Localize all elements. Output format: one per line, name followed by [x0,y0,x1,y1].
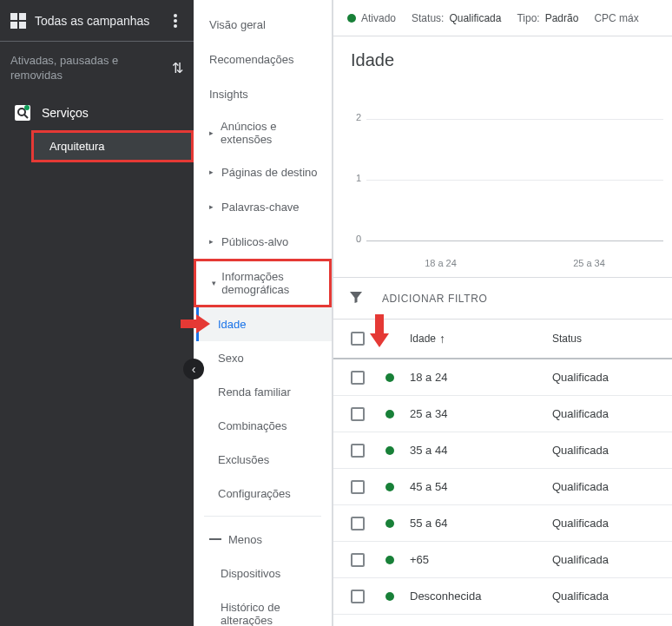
swap-vert-icon[interactable]: ⇅ [172,60,183,76]
status-dot-icon [385,373,394,382]
age-table: Idade ↑ Status 18 a 24 Qualificada 25 a … [333,319,672,615]
sidebar-header: Todas as campanhas [0,0,194,42]
status-dot-icon [347,14,356,23]
annotation-arrow-vertical [370,314,389,349]
row-checkbox[interactable] [351,407,365,421]
x-tick: 25 a 34 [573,258,605,268]
cell-status: Qualificada [552,480,665,493]
nav-sub-sexo[interactable]: Sexo [196,341,332,375]
nav-menos[interactable]: Menos [194,522,332,557]
status-dot-icon [385,556,394,564]
cell-age: +65 [405,553,552,566]
nav-visao-geral[interactable]: Visão geral [194,7,332,42]
filter-icon [347,288,365,308]
row-checkbox[interactable] [351,517,365,530]
cell-age: 25 a 34 [405,407,552,420]
cell-age: 18 a 24 [405,371,552,384]
status-dot-icon [385,483,394,491]
table-row[interactable]: 45 a 54 Qualificada [333,469,672,505]
status-dot-icon [385,410,394,418]
cell-status: Qualificada [552,407,665,420]
x-tick: 18 a 24 [425,258,457,268]
main-content: Ativado Status: Qualificada Tipo: Padrão… [333,0,672,626]
chevron-right-icon: ▸ [209,128,217,137]
nav-anuncios[interactable]: ▸Anúncios e extensões [194,111,332,155]
cell-age: Desconhecida [405,590,552,603]
nav-sub-dispositivos[interactable]: Dispositivos [194,557,332,590]
cell-status: Qualificada [552,590,665,603]
select-all-checkbox[interactable] [351,332,365,346]
more-vert-icon[interactable] [168,14,183,28]
status-dot-icon [385,592,394,601]
cell-status: Qualificada [552,553,665,566]
column-status-header[interactable]: Status [552,333,665,345]
apps-grid-icon[interactable] [10,13,26,29]
table-header: Idade ↑ Status [333,320,672,359]
nav-paginas-destino[interactable]: ▸Páginas de destino [194,155,332,189]
svg-point-3 [24,105,30,110]
minus-icon [209,538,221,540]
table-row[interactable]: Desconhecida Qualificada [333,578,672,615]
column-age-header[interactable]: Idade ↑ [405,332,552,346]
sidebar-title[interactable]: Todas as campanhas [35,14,168,28]
nav-palavras-chave[interactable]: ▸Palavras-chave [194,189,332,224]
status-cpc[interactable]: CPC máx [594,12,638,24]
page-title: Idade [333,36,672,77]
table-row[interactable]: 25 a 34 Qualificada [333,396,672,432]
sidebar-filter-label[interactable]: Ativadas, pausadas e removidas ⇅ [0,42,194,96]
cell-age: 45 a 54 [405,480,552,493]
search-campaign-icon [14,104,31,122]
chevron-right-icon: ▸ [209,237,218,246]
status-dot-icon [385,446,394,455]
status-enabled[interactable]: Ativado [347,12,396,24]
nav-informacoes-demograficas[interactable]: ▾ Informações demográficas [194,259,332,307]
annotation-arrow-horizontal [181,314,212,333]
chart-area: 2 1 0 18 a 24 25 a 34 [333,77,672,277]
nav-publicos-alvo[interactable]: ▸Públicos-alvo [194,224,332,259]
cell-status: Qualificada [552,371,665,384]
chevron-right-icon: ▸ [209,168,218,176]
sort-ascending-icon: ↑ [439,332,445,346]
status-qualification[interactable]: Status: Qualificada [412,12,501,24]
nav-sub-configuracoes[interactable]: Configurações [196,477,332,511]
chevron-right-icon: ▸ [209,202,218,211]
row-checkbox[interactable] [351,444,365,458]
row-checkbox[interactable] [351,553,365,567]
table-row[interactable]: 18 a 24 Qualificada [333,359,672,396]
sidebar-item-services[interactable]: Serviços [0,96,194,130]
table-row[interactable]: 35 a 44 Qualificada [333,432,672,469]
nav-sub-historico[interactable]: Histórico de alterações [194,590,332,626]
cell-status: Qualificada [552,444,665,457]
status-type[interactable]: Tipo: Padrão [517,12,578,24]
nav-sub-idade[interactable]: Idade [196,307,332,341]
row-checkbox[interactable] [351,480,365,494]
row-checkbox[interactable] [351,590,365,603]
table-row[interactable]: +65 Qualificada [333,542,672,578]
cell-status: Qualificada [552,517,665,530]
nav-recomendacoes[interactable]: Recomendações [194,42,332,76]
cell-age: 35 a 44 [405,444,552,457]
panel-nav: Visão geral Recomendações Insights ▸Anún… [194,0,333,626]
sidebar-left-dark: Todas as campanhas Ativadas, pausadas e … [0,0,194,626]
row-checkbox[interactable] [351,371,365,385]
table-row[interactable]: 55 a 64 Qualificada [333,505,672,542]
nav-sub-renda[interactable]: Renda familiar [196,375,332,409]
collapse-sidebar-handle[interactable]: ‹ [183,359,204,379]
status-bar: Ativado Status: Qualificada Tipo: Padrão… [333,0,672,36]
filter-bar[interactable]: ADICIONAR FILTRO [333,277,672,319]
cell-age: 55 a 64 [405,517,552,530]
nav-sub-combinacoes[interactable]: Combinações [196,409,332,443]
nav-sub-exclusoes[interactable]: Exclusões [196,443,332,477]
sidebar-item-arquitetura[interactable]: Arquitetura [31,130,194,162]
status-dot-icon [385,519,394,528]
chevron-down-icon: ▾ [212,279,218,287]
nav-insights[interactable]: Insights [194,76,332,111]
